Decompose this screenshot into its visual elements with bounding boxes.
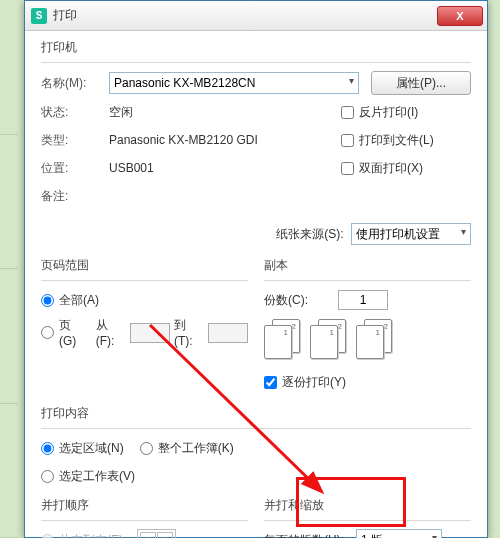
- copies-count-label: 份数(C):: [264, 292, 308, 309]
- print-content-heading: 打印内容: [41, 405, 471, 422]
- content-sheet-label: 选定工作表(V): [59, 468, 135, 485]
- copies-section: 副本 份数(C): 21 21 21 逐份打印(Y): [264, 257, 471, 399]
- where-value: USB001: [109, 161, 154, 175]
- range-all-radio[interactable]: [41, 294, 54, 307]
- to-input[interactable]: [208, 323, 248, 343]
- where-label: 位置:: [41, 160, 109, 177]
- paper-source-label: 纸张来源(S):: [276, 227, 343, 241]
- print-to-file-label: 打印到文件(L): [359, 132, 434, 149]
- collate-preview: 21 21 21: [264, 319, 471, 363]
- printer-section: 打印机 名称(M): Panasonic KX-MB2128CN 属性(P)..…: [41, 39, 471, 213]
- from-input[interactable]: [130, 323, 170, 343]
- range-pages-radio[interactable]: [41, 326, 54, 339]
- per-page-select[interactable]: 1 版: [356, 529, 442, 538]
- to-label: 到(T):: [174, 317, 204, 348]
- order-lr-label: 从左到右(E): [59, 532, 123, 539]
- order-heading: 并打顺序: [41, 497, 248, 514]
- order-lr-radio: [41, 534, 54, 539]
- page-range-section: 页码范围 全部(A) 页(G) 从(F): 到(T):: [41, 257, 248, 399]
- duplex-label: 双面打印(X): [359, 160, 423, 177]
- scaling-section: 并打和缩放 每页的版数(H): 1 版 按纸型缩放(Z): 无缩放 并打时绘制分…: [264, 497, 471, 538]
- per-page-label: 每页的版数(H):: [264, 532, 356, 539]
- content-selection-radio[interactable]: [41, 442, 54, 455]
- paper-source-select[interactable]: 使用打印机设置: [351, 223, 471, 245]
- print-dialog: S 打印 X 打印机 名称(M): Panasonic KX-MB2128CN …: [24, 0, 488, 538]
- range-pages-label: 页(G): [59, 317, 88, 348]
- print-order-section: 并打顺序 从左到右(E) 从上到下(B) 重复(R) 1234: [41, 497, 248, 538]
- content-selection-label: 选定区域(N): [59, 440, 124, 457]
- reverse-print-label: 反片打印(I): [359, 104, 418, 121]
- printer-name-select[interactable]: Panasonic KX-MB2128CN: [109, 72, 359, 94]
- content-workbook-label: 整个工作簿(K): [158, 440, 234, 457]
- comment-label: 备注:: [41, 188, 109, 205]
- duplex-checkbox[interactable]: [341, 162, 354, 175]
- copies-heading: 副本: [264, 257, 471, 274]
- print-content-section: 打印内容 选定区域(N) 整个工作簿(K) 选定工作表(V): [41, 405, 471, 487]
- scaling-heading: 并打和缩放: [264, 497, 471, 514]
- app-icon: S: [31, 8, 47, 24]
- status-label: 状态:: [41, 104, 109, 121]
- from-label: 从(F):: [96, 317, 126, 348]
- status-value: 空闲: [109, 104, 133, 121]
- window-title: 打印: [53, 7, 77, 24]
- copies-count-input[interactable]: [338, 290, 388, 310]
- properties-button[interactable]: 属性(P)...: [371, 71, 471, 95]
- name-label: 名称(M):: [41, 75, 109, 92]
- type-value: Panasonic KX-MB2120 GDI: [109, 133, 258, 147]
- content-sheet-radio[interactable]: [41, 470, 54, 483]
- page-range-heading: 页码范围: [41, 257, 248, 274]
- close-button[interactable]: X: [437, 6, 483, 26]
- titlebar[interactable]: S 打印 X: [25, 1, 487, 31]
- content-workbook-radio[interactable]: [140, 442, 153, 455]
- collate-checkbox[interactable]: [264, 376, 277, 389]
- printer-heading: 打印机: [41, 39, 471, 56]
- reverse-print-checkbox[interactable]: [341, 106, 354, 119]
- order-preview-icon: 1234: [137, 529, 176, 538]
- collate-label: 逐份打印(Y): [282, 374, 346, 391]
- type-label: 类型:: [41, 132, 109, 149]
- range-all-label: 全部(A): [59, 292, 99, 309]
- print-to-file-checkbox[interactable]: [341, 134, 354, 147]
